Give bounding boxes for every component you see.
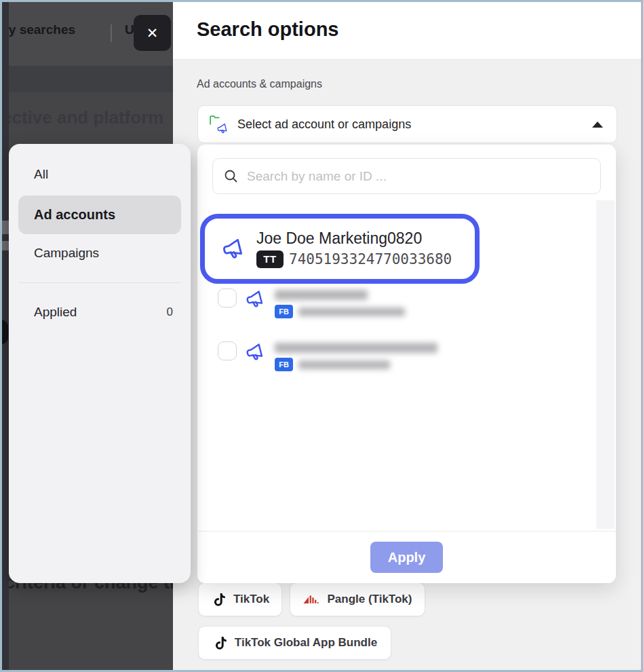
checkbox[interactable] (218, 288, 237, 307)
close-button[interactable]: ✕ (134, 15, 171, 51)
pangle-icon (303, 594, 320, 605)
megaphone-icon (221, 236, 247, 262)
dimmed-page-left-edge (2, 2, 9, 670)
platform-button-label: Pangle (TikTok) (327, 593, 412, 606)
redacted-account-id (298, 307, 405, 316)
applied-label: Applied (34, 305, 77, 320)
section-label: Ad accounts & campaigns (197, 78, 322, 90)
select-placeholder: Select ad account or campaigns (237, 117, 411, 132)
account-option-redacted[interactable]: FB (218, 341, 437, 371)
panel-header: Search options (173, 2, 641, 60)
ad-account-select[interactable]: Select ad account or campaigns (197, 105, 617, 143)
account-info: Joe Doe Marketing0820 TT 740519332477003… (256, 229, 452, 268)
search-input[interactable] (247, 169, 591, 184)
account-option-redacted[interactable]: FB (218, 288, 405, 318)
megaphone-icon (216, 122, 229, 135)
tiktok-icon (211, 592, 227, 608)
platform-button-tiktok-global[interactable]: TikTok Global App Bundle (198, 626, 391, 660)
checkbox[interactable] (218, 341, 237, 360)
dimmed-headline-mid: ective and platform (2, 107, 173, 128)
platform-button-label: TikTok Global App Bundle (235, 636, 377, 650)
chevron-up-icon (592, 122, 603, 128)
account-dropdown-panel: Joe Doe Marketing0820 TT 740519332477003… (197, 145, 616, 583)
ad-account-campaign-icon (209, 115, 229, 134)
my-searches-tab[interactable]: My searches (0, 22, 75, 37)
dimmed-fragment (2, 241, 9, 250)
account-meta: TT 7405193324770033680 (256, 250, 452, 268)
scrollbar-track[interactable] (596, 200, 615, 529)
platform-button-label: TikTok (233, 593, 269, 606)
tab-campaigns[interactable]: Campaigns (34, 246, 99, 261)
applied-row[interactable]: Applied 0 (34, 305, 173, 320)
page-title: Search options (197, 18, 339, 41)
account-meta: FB (275, 305, 405, 318)
applied-count: 0 (167, 305, 173, 319)
megaphone-icon (245, 341, 267, 363)
nav-divider (111, 24, 112, 42)
account-info-redacted: FB (275, 341, 437, 371)
platform-button-pangle[interactable]: Pangle (TikTok) (290, 582, 425, 616)
tiktok-icon (212, 635, 228, 651)
dimmed-fragment (2, 221, 9, 234)
filter-tabs-panel: All Ad accounts Campaigns Applied 0 (9, 144, 191, 583)
redacted-account-name (275, 290, 368, 300)
tiktok-platform-badge: TT (256, 250, 284, 268)
platform-button-tiktok[interactable]: TikTok (198, 582, 282, 616)
facebook-platform-badge: FB (275, 305, 293, 318)
redacted-account-id (298, 360, 390, 369)
screenshot-frame: My searches US ective and platform crite… (0, 0, 643, 672)
account-info-redacted: FB (275, 288, 405, 318)
account-meta: FB (275, 358, 437, 371)
dimmed-fragment (0, 320, 8, 344)
divider (18, 282, 181, 283)
dropdown-footer: Apply (197, 531, 616, 583)
tab-ad-accounts-active[interactable]: Ad accounts (18, 195, 181, 234)
account-id: 7405193324770033680 (289, 251, 452, 267)
dimmed-page-band (2, 66, 173, 92)
account-option-highlighted[interactable]: Joe Doe Marketing0820 TT 740519332477003… (200, 214, 480, 284)
dropdown-search-box[interactable] (212, 158, 601, 194)
search-icon (224, 169, 239, 184)
facebook-platform-badge: FB (275, 358, 293, 371)
account-name: Joe Doe Marketing0820 (256, 229, 452, 248)
close-icon: ✕ (147, 25, 159, 41)
redacted-account-name (275, 343, 437, 353)
apply-button[interactable]: Apply (370, 542, 443, 573)
megaphone-icon (245, 288, 267, 310)
tab-all[interactable]: All (34, 167, 48, 182)
